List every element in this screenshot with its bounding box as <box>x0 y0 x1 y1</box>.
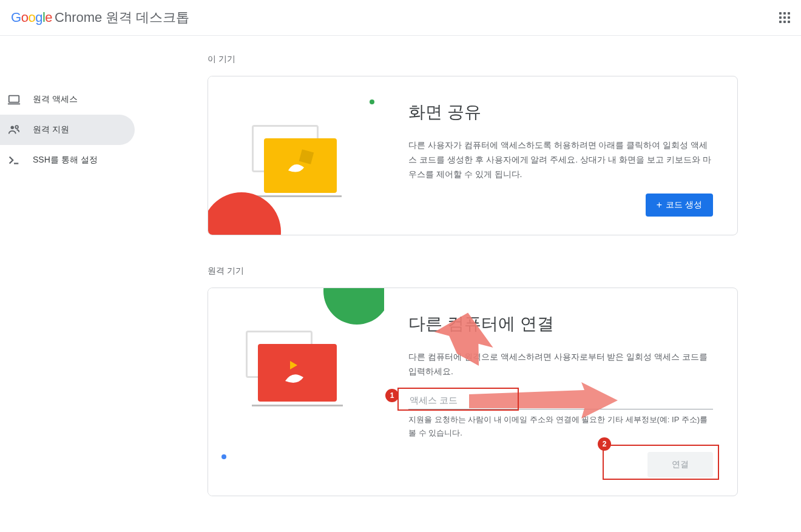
logo-area[interactable]: Google Chrome 원격 데스크톱 <box>11 8 190 27</box>
sidebar-item-ssh[interactable]: SSH를 통해 설정 <box>0 145 135 175</box>
section-title-this-device: 이 기기 <box>208 54 738 65</box>
connect-button[interactable]: 연결 <box>647 452 713 477</box>
terminal-icon <box>7 153 21 167</box>
card-desc-share: 다른 사용자가 컴퓨터에 액세스하도록 허용하려면 아래를 클릭하여 일회성 액… <box>408 138 713 181</box>
content: 이 기기 화면 공유 다른 사용자가 컴퓨터에 액세스하도록 허용하려면 아래를… <box>135 36 772 532</box>
card-title-connect: 다른 컴퓨터에 연결 <box>408 312 713 335</box>
sidebar-item-label: 원격 액세스 <box>33 94 78 105</box>
section-title-remote-device: 원격 기기 <box>208 266 738 277</box>
sidebar: 원격 액세스 원격 지원 SSH를 통해 설정 <box>0 36 135 532</box>
hint-text: 지원을 요청하는 사람이 내 이메일 주소와 연결에 필요한 기타 세부정보(예… <box>408 413 713 440</box>
illustration-share <box>208 76 384 235</box>
laptop-icon <box>7 93 21 106</box>
card-share-screen: 화면 공유 다른 사용자가 컴퓨터에 액세스하도록 허용하려면 아래를 클릭하여… <box>208 76 738 235</box>
svg-rect-0 <box>9 96 19 103</box>
illustration-connect <box>208 288 384 496</box>
google-logo: Google <box>11 10 52 25</box>
svg-point-2 <box>11 126 15 130</box>
sidebar-item-label: 원격 지원 <box>33 124 69 135</box>
annotation-marker-1: 1 <box>385 389 399 402</box>
card-connect: 다른 컴퓨터에 연결 다른 컴퓨터에 원격으로 액세스하려면 사용자로부터 받은… <box>208 288 738 496</box>
svg-rect-5 <box>299 149 314 164</box>
access-code-input[interactable] <box>408 391 713 409</box>
sidebar-item-remote-support[interactable]: 원격 지원 <box>0 115 135 145</box>
product-name: Chrome 원격 데스크톱 <box>55 8 189 27</box>
generate-code-button[interactable]: 코드 생성 <box>646 194 713 217</box>
header: Google Chrome 원격 데스크톱 <box>0 0 801 36</box>
svg-marker-6 <box>290 361 297 369</box>
sidebar-item-label: SSH를 통해 설정 <box>33 155 98 166</box>
card-desc-connect: 다른 컴퓨터에 원격으로 액세스하려면 사용자로부터 받은 일회성 액세스 코드… <box>408 350 713 379</box>
svg-point-3 <box>15 126 18 129</box>
sidebar-item-remote-access[interactable]: 원격 액세스 <box>0 84 135 115</box>
card-title-share: 화면 공유 <box>408 101 713 124</box>
people-icon <box>7 123 21 136</box>
apps-icon[interactable] <box>779 12 790 23</box>
